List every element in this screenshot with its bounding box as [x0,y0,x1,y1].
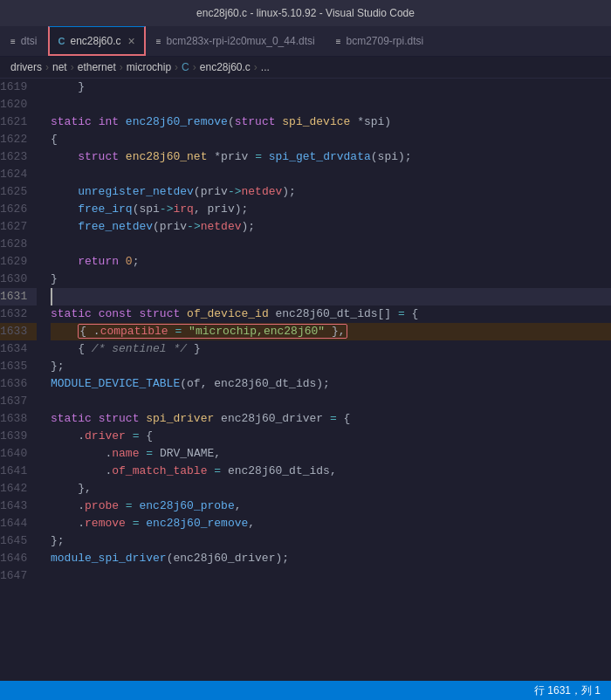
breadcrumb-ellipsis: ... [261,61,270,73]
tab-label: enc28j60.c [70,35,120,47]
code-line-1640: .name = DRV_NAME, [51,445,611,463]
code-line-1630: } [51,271,611,288]
code-line-1627: free_netdev(priv->netdev); [51,218,611,236]
tab-close-button[interactable]: × [128,35,135,47]
tab-dtsi1[interactable]: ≡ dtsi [0,26,48,56]
code-line-1647 [51,567,611,585]
code-line-1631 [51,288,611,305]
code-text-area[interactable]: } static int enc28j60_remove(struct spi_… [44,79,611,681]
breadcrumb-microchip: microchip [127,61,171,73]
tab-label: dtsi [21,35,38,47]
code-line-1636: MODULE_DEVICE_TABLE(of, enc28j60_dt_ids)… [51,375,611,393]
code-line-1634: { /* sentinel */ } [51,340,611,358]
tab-label: bcm283x-rpi-i2c0mux_0_44.dtsi [167,35,315,47]
code-line-1646: module_spi_driver(enc28j60_driver); [51,550,611,567]
c-file-icon: C [58,36,65,46]
tab-bcm283x[interactable]: ≡ bcm283x-rpi-i2c0mux_0_44.dtsi [146,26,326,56]
code-line-1628 [51,236,611,253]
breadcrumb-c-icon: C [182,61,189,73]
code-line-1642: }, [51,480,611,498]
tab-bar: ≡ dtsi C enc28j60.c × ≡ bcm283x-rpi-i2c0… [0,26,611,57]
code-line-1645: }; [51,532,611,550]
breadcrumb: drivers › net › ethernet › microchip › C… [0,57,611,79]
code-line-1639: .driver = { [51,428,611,445]
breadcrumb-drivers: drivers [10,61,42,73]
code-line-1643: .probe = enc28j60_probe, [51,498,611,515]
code-line-1622: { [51,131,611,148]
dtsi-icon: ≡ [10,37,16,46]
line-numbers: 1619 1620 1621 1622 1623 1624 1625 1626 … [0,79,44,681]
title-bar: enc28j60.c - linux-5.10.92 - Visual Stud… [0,0,611,26]
code-line-1621: static int enc28j60_remove(struct spi_de… [51,113,611,131]
code-line-1638: static struct spi_driver enc28j60_driver… [51,410,611,428]
code-line-1637 [51,393,611,410]
code-line-1624 [51,166,611,183]
status-bar: 行 1631，列 1 [0,681,611,700]
breadcrumb-filename: enc28j60.c [200,61,251,73]
breadcrumb-net: net [52,61,67,73]
dtsi-icon2: ≡ [156,37,161,46]
code-editor[interactable]: 1619 1620 1621 1622 1623 1624 1625 1626 … [0,79,611,681]
code-line-1632: static const struct of_device_id enc28j6… [51,305,611,323]
code-line-1620 [51,96,611,113]
code-line-1629: return 0; [51,253,611,271]
breadcrumb-ethernet: ethernet [78,61,116,73]
code-line-1644: .remove = enc28j60_remove, [51,515,611,532]
tab-enc28j60[interactable]: C enc28j60.c × [48,26,146,56]
code-line-1623: struct enc28j60_net *priv = spi_get_drvd… [51,148,611,166]
code-line-1619: } [51,79,611,96]
code-line-1633: { .compatible = "microchip,enc28j60" }, [51,323,611,340]
dtsi-icon3: ≡ [336,37,341,46]
code-line-1626: free_irq(spi->irq, priv); [51,201,611,218]
tab-bcm2709[interactable]: ≡ bcm2709-rpi.dtsi [326,26,435,56]
tab-label: bcm2709-rpi.dtsi [347,35,424,47]
code-line-1625: unregister_netdev(priv->netdev); [51,183,611,201]
cursor-position: 行 1631，列 1 [534,683,601,698]
code-line-1641: .of_match_table = enc28j60_dt_ids, [51,463,611,480]
window-title: enc28j60.c - linux-5.10.92 - Visual Stud… [196,7,415,19]
code-line-1635: }; [51,358,611,375]
